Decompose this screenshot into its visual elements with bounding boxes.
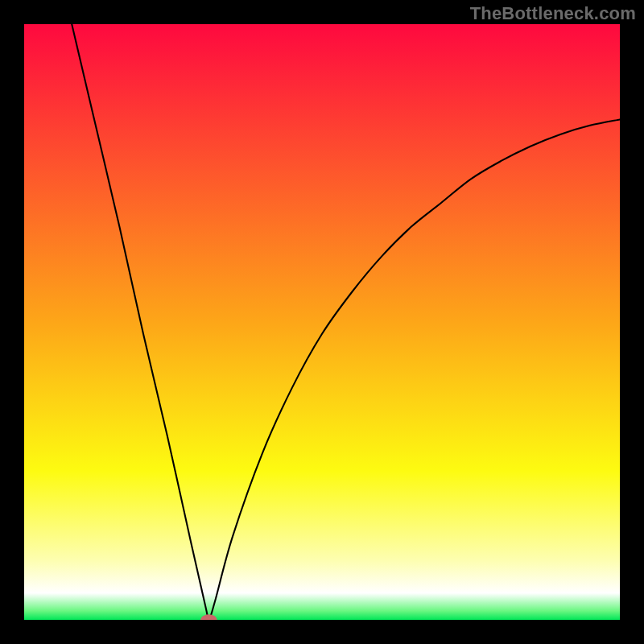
chart-background	[24, 24, 620, 620]
chart-plot-area	[24, 24, 620, 620]
chart-svg	[24, 24, 620, 620]
watermark-text: TheBottleneck.com	[470, 3, 636, 24]
chart-frame: TheBottleneck.com	[0, 0, 644, 644]
